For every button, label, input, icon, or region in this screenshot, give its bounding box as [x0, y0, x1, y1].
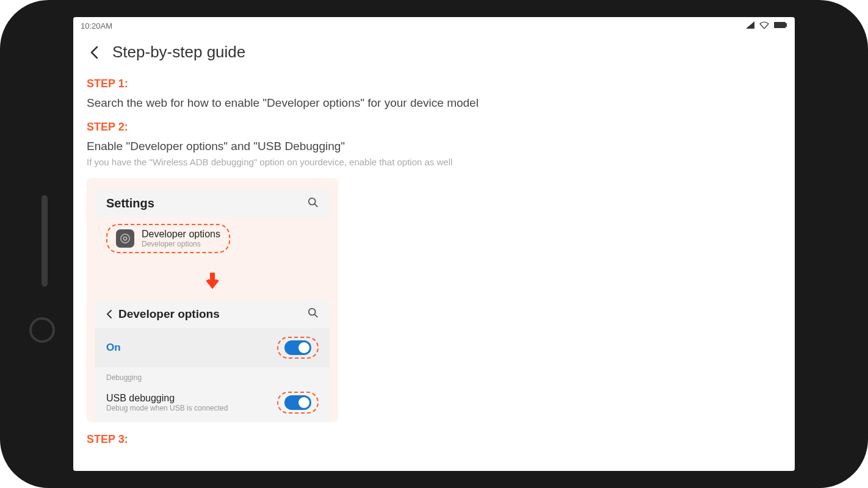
dev-options-subtitle: Developer options [142, 240, 220, 248]
status-bar: 10:20AM [73, 17, 795, 34]
dev-options-header: Developer options [95, 300, 330, 328]
status-time: 10:20AM [81, 21, 112, 30]
settings-header: Settings [95, 189, 330, 218]
content-area[interactable]: STEP 1: Search the web for how to enable… [73, 73, 795, 471]
svg-rect-1 [786, 23, 787, 27]
svg-line-8 [315, 315, 318, 318]
highlight-box [277, 392, 319, 414]
device-side-button [42, 195, 48, 287]
device-screen: 10:20AM Step-by-step guide STEP 1: [73, 17, 795, 471]
chevron-left-icon [106, 309, 112, 319]
wifi-icon [759, 21, 769, 30]
svg-point-4 [121, 234, 129, 243]
page-header: Step-by-step guide [73, 34, 795, 73]
search-icon [308, 307, 319, 321]
on-toggle-row: On [95, 328, 330, 367]
arrow-down-icon [87, 268, 338, 300]
search-icon [308, 197, 319, 210]
usb-debugging-row: USB debugging Debug mode when USB is con… [95, 386, 330, 422]
chevron-left-icon [90, 46, 98, 59]
row-text: Developer options Developer options [142, 229, 220, 248]
toggle-switch [284, 395, 311, 410]
usb-debugging-subtitle: Debug mode when USB is connected [106, 404, 228, 412]
step2-text: Enable "Developer options" and "USB Debu… [87, 140, 781, 153]
step2-subtext: If you have the "Wireless ADB debugging"… [87, 157, 781, 167]
toggle-switch [284, 340, 311, 355]
svg-point-7 [309, 309, 316, 315]
tablet-frame: 10:20AM Step-by-step guide STEP 1: [0, 0, 868, 488]
svg-point-2 [309, 198, 316, 204]
step2-label: STEP 2: [87, 121, 781, 134]
battery-icon [774, 21, 787, 30]
dev-options-title-bar: Developer options [106, 307, 220, 321]
dev-options-panel: Developer options On Debugging [95, 300, 330, 422]
debugging-section-label: Debugging [95, 367, 330, 386]
settings-title: Settings [106, 196, 154, 210]
gear-icon [116, 229, 134, 248]
highlight-box: Developer options Developer options [106, 224, 230, 253]
step1-label: STEP 1: [87, 77, 781, 90]
svg-line-3 [315, 204, 318, 207]
svg-point-5 [123, 237, 126, 240]
dev-options-title: Developer options [142, 229, 220, 240]
step2-illustration: Settings Developer options Dev [87, 178, 338, 422]
device-home-button [29, 317, 55, 343]
usb-debugging-title: USB debugging [106, 393, 228, 404]
on-label: On [106, 342, 121, 354]
signal-icon [746, 21, 754, 30]
dev-screen-title: Developer options [118, 307, 220, 321]
page-title: Step-by-step guide [112, 43, 245, 62]
back-button[interactable] [87, 45, 101, 60]
step3-label: STEP 3: [87, 433, 781, 446]
step1-text: Search the web for how to enable "Develo… [87, 96, 781, 110]
developer-options-row: Developer options Developer options [95, 218, 330, 259]
svg-rect-6 [210, 273, 215, 281]
settings-panel: Settings Developer options Dev [95, 189, 330, 259]
row-text: USB debugging Debug mode when USB is con… [106, 393, 228, 412]
svg-rect-0 [774, 22, 786, 28]
status-icons [746, 21, 787, 30]
highlight-box [277, 337, 319, 359]
